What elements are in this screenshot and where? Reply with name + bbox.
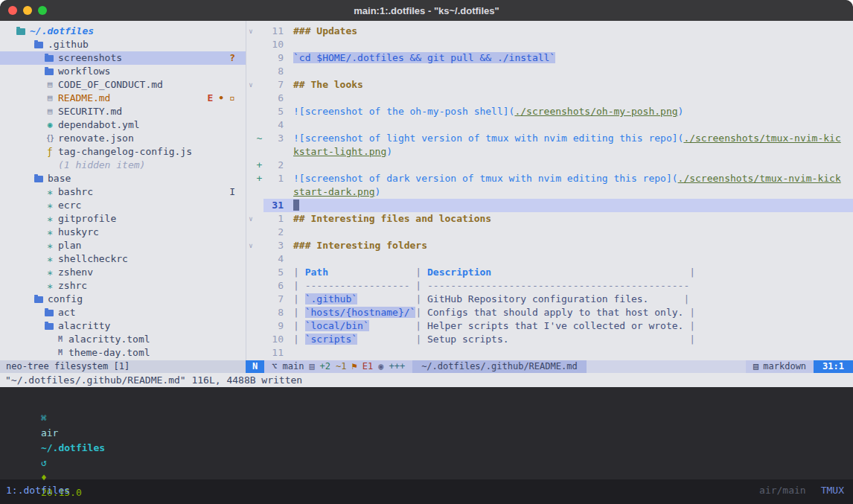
git-sign (255, 306, 263, 319)
git-sign (255, 38, 263, 51)
editor-line[interactable]: 11 (246, 346, 853, 360)
line-number: 9 (263, 319, 284, 333)
editor-line[interactable]: 10 (246, 38, 853, 51)
editor-line[interactable]: 7| `.github` | GitHub Repository configu… (246, 293, 853, 306)
git-sign: + (255, 159, 263, 172)
git-sign (255, 279, 263, 293)
line-text: | `.github` | GitHub Repository configur… (284, 293, 853, 306)
editor-line[interactable]: 31 (246, 199, 853, 212)
tree-item-renovate-json[interactable]: {}renovate.json (0, 132, 246, 145)
fold-marker-icon (246, 38, 255, 51)
tree-item-config[interactable]: config (0, 293, 246, 306)
editor-line[interactable]: 5| Path | Description | (246, 266, 853, 279)
tree-item-screenshots[interactable]: screenshots? (0, 51, 246, 65)
editor-line[interactable]: 4 (246, 252, 853, 266)
tree-item-badges: I (229, 185, 240, 199)
tree-item-theme-day-toml[interactable]: Mtheme-day.toml (0, 346, 246, 360)
tmux-window-tab[interactable]: 1:.dotfiles (6, 485, 70, 497)
close-button[interactable] (8, 6, 17, 15)
tree-item-zshenv[interactable]: ∗zshenv (0, 266, 246, 279)
status-row: neo-tree filesystem [1] N ⌥ main ▤ +2 ~1… (0, 360, 853, 373)
folder-icon (45, 310, 54, 316)
tree-item-label: theme-day.toml (68, 346, 150, 360)
editor-line[interactable]: 6| ------------------ | ----------------… (246, 279, 853, 293)
editor-line[interactable]: ∨11### Updates (246, 25, 853, 38)
line-number: 3 (263, 239, 284, 252)
zoom-button[interactable] (38, 6, 47, 15)
git-sign (255, 226, 263, 239)
status-badge: ▫ (229, 92, 235, 105)
tree-item-github[interactable]: .github (0, 38, 246, 51)
editor-line[interactable]: ∨7## The looks (246, 78, 853, 92)
line-number: 11 (263, 25, 284, 38)
tree-item-ecrc[interactable]: ∗ecrc (0, 199, 246, 212)
toml-file-icon: M (55, 333, 66, 346)
tree-item-readme-md[interactable]: ▤README.mdE•▫ (0, 92, 246, 105)
tree-item-act[interactable]: act (0, 306, 246, 319)
tree-item-alacritty-toml[interactable]: Malacritty.toml (0, 333, 246, 346)
tree-item-huskyrc[interactable]: ∗huskyrc (0, 226, 246, 239)
editor-line[interactable]: 9`cd $HOME/.dotfiles && git pull && ./in… (246, 51, 853, 65)
editor-line[interactable]: 6 (246, 92, 853, 105)
editor-line[interactable]: kstart-light.png) (246, 145, 853, 159)
editor-line[interactable]: 2 (246, 226, 853, 239)
tree-item-label: zshenv (58, 266, 93, 279)
tree-item-plan[interactable]: ∗plan (0, 239, 246, 252)
fold-marker-icon: ∨ (246, 25, 255, 38)
yaml-file-icon: ◉ (45, 118, 55, 132)
fold-marker-icon (246, 306, 255, 319)
tree-item-code-of-conduct-md[interactable]: ▤CODE_OF_CONDUCT.md (0, 78, 246, 92)
tree-item-bashrc[interactable]: ∗bashrcI (0, 185, 246, 199)
tree-item-security-md[interactable]: ▤SECURITY.md (0, 105, 246, 118)
tree-item-base[interactable]: base (0, 172, 246, 185)
git-sign (255, 145, 263, 159)
terminal-shell[interactable]: ⌘ air ~/.dotfiles ↺ ♦ 20.15.0 → (0, 387, 853, 479)
traffic-lights (0, 6, 47, 15)
editor-line[interactable]: 5![screenshot of the oh-my-posh shell](.… (246, 105, 853, 118)
line-number: 8 (263, 65, 284, 78)
line-number: 5 (263, 266, 284, 279)
tree-item-shellcheckrc[interactable]: ∗shellcheckrc (0, 252, 246, 266)
status-badge: I (229, 185, 235, 199)
minimize-button[interactable] (23, 6, 32, 15)
toml-file-icon: M (55, 346, 66, 360)
editor-pane[interactable]: ∨11### Updates109`cd $HOME/.dotfiles && … (246, 21, 853, 360)
tree-item-tag-changelog-config-js[interactable]: ƒtag-changelog-config.js (0, 145, 246, 159)
editor-line[interactable]: ∨1## Interesting files and locations (246, 212, 853, 226)
fold-marker-icon (246, 279, 255, 293)
editor-line[interactable]: 9| `local/bin` | Helper scripts that I'v… (246, 319, 853, 333)
tree-item-dependabot-yml[interactable]: ◉dependabot.yml (0, 118, 246, 132)
line-number: 10 (263, 38, 284, 51)
editor-line[interactable]: start-dark.png) (246, 185, 853, 199)
line-number: 3 (263, 132, 284, 145)
tree-item-dotfiles[interactable]: ~/.dotfiles (0, 25, 246, 38)
line-text: | Path | Description | (284, 266, 853, 279)
tree-item-gitprofile[interactable]: ∗gitprofile (0, 212, 246, 226)
line-text: `cd $HOME/.dotfiles && git pull && ./ins… (284, 51, 853, 65)
apple-icon: ⌘ (41, 412, 47, 424)
tree-item-workflows[interactable]: workflows (0, 65, 246, 78)
tree-item-zshrc[interactable]: ∗zshrc (0, 279, 246, 293)
tree-item-alacritty[interactable]: alacritty (0, 319, 246, 333)
dotfile-file-icon: ∗ (45, 279, 55, 293)
editor-line[interactable]: 4 (246, 118, 853, 132)
tree-item-label: screenshots (58, 51, 122, 65)
tree-item-label: .github (48, 38, 89, 51)
editor-line[interactable]: ~3![screenshot of light version of tmux … (246, 132, 853, 145)
tree-item-1-hidden-item[interactable]: (1 hidden item) (0, 159, 246, 172)
folder-icon (16, 28, 25, 35)
git-sign (255, 239, 263, 252)
nvim-area: ~/.dotfiles.githubscreenshots?workflows▤… (0, 21, 853, 360)
fold-marker-icon: ∨ (246, 239, 255, 252)
git-sign (255, 266, 263, 279)
git-sign (255, 252, 263, 266)
line-text: | `scripts` | Setup scripts. | (284, 333, 853, 346)
editor-line[interactable]: 8 (246, 65, 853, 78)
editor-line[interactable]: 10| `scripts` | Setup scripts. | (246, 333, 853, 346)
editor-line[interactable]: ∨3### Interesting folders (246, 239, 853, 252)
statusline-git-section: ⌥ main ▤ +2 ~1 ⚑ E1 ◉ +++ (264, 360, 412, 373)
editor-line[interactable]: +2 (246, 159, 853, 172)
editor-line[interactable]: 8| `hosts/{hostname}/`| Configs that sho… (246, 306, 853, 319)
folder-icon (45, 323, 54, 330)
editor-line[interactable]: +1![screenshot of dark version of tmux w… (246, 172, 853, 185)
